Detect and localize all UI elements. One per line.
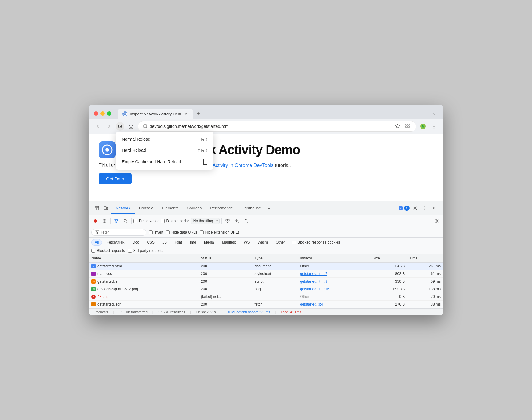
filter-type-fetch-xhr[interactable]: Fetch/XHR <box>103 239 128 246</box>
col-time[interactable]: Time <box>407 254 443 262</box>
record-button[interactable] <box>91 217 99 225</box>
back-button[interactable] <box>94 122 102 131</box>
devtools-close-button[interactable]: × <box>430 204 438 212</box>
filter-button[interactable] <box>112 217 120 225</box>
disable-cache-checkbox[interactable]: Disable cache <box>161 219 189 223</box>
col-status[interactable]: Status <box>199 254 252 262</box>
col-initiator[interactable]: Initiator <box>297 254 370 262</box>
cell-name[interactable]: ✕ 48.png <box>89 293 199 301</box>
minimize-traffic-light[interactable] <box>100 111 105 116</box>
svg-point-28 <box>425 206 425 207</box>
cell-initiator[interactable]: getstarted.html:9 <box>297 278 370 285</box>
third-party-requests-input[interactable] <box>128 249 132 253</box>
cell-initiator[interactable]: getstarted.js:4 <box>297 301 370 308</box>
cell-initiator[interactable]: getstarted.html:7 <box>297 270 370 278</box>
tab-sources[interactable]: Sources <box>183 203 206 214</box>
filter-type-font[interactable]: Font <box>171 239 185 246</box>
throttle-select[interactable]: No throttling Slow 3G Fast 3G <box>191 218 220 224</box>
cell-name[interactable]: JS getstarted.js <box>89 278 199 285</box>
filter-type-ws[interactable]: WS <box>240 239 253 246</box>
table-row[interactable]: ✕ 48.png (failed) net... Other 0 B 70 ms <box>89 293 443 301</box>
tab-lighthouse[interactable]: Lighthouse <box>237 203 265 214</box>
table-row[interactable]: {} main.css 200 stylesheet getstarted.ht… <box>89 270 443 278</box>
tab-elements[interactable]: Elements <box>158 203 183 214</box>
cell-name[interactable]: 🖼 devtools-square-512.png <box>89 285 199 293</box>
cell-initiator[interactable]: Other <box>297 262 370 270</box>
devtools-more-button[interactable] <box>421 204 429 212</box>
active-tab[interactable]: Inspect Network Activity Dem × <box>118 109 193 119</box>
blocked-requests-input[interactable] <box>91 249 95 253</box>
col-size[interactable]: Size <box>370 254 407 262</box>
hide-data-urls-input[interactable] <box>166 230 170 234</box>
cell-initiator[interactable]: getstarted.html:16 <box>297 285 370 293</box>
initiator-link[interactable]: getstarted.html:9 <box>300 279 327 284</box>
filter-type-img[interactable]: Img <box>187 239 199 246</box>
cell-name[interactable]: {} getstarted.json <box>89 301 199 308</box>
hide-extension-urls-input[interactable] <box>200 230 204 234</box>
tab-dropdown-button[interactable]: ∨ <box>431 110 438 119</box>
blocked-requests-checkbox[interactable]: Blocked requests <box>91 248 125 253</box>
filter-input[interactable] <box>101 230 137 234</box>
disable-cache-input[interactable] <box>161 219 165 223</box>
table-row[interactable]: JS getstarted.js 200 script getstarted.h… <box>89 278 443 285</box>
invert-checkbox[interactable]: Invert <box>149 230 163 234</box>
reload-button[interactable]: Normal Reload ⌘R Hard Reload ⇧⌘R Empty C… <box>116 122 124 131</box>
third-party-requests-checkbox[interactable]: 3rd-party requests <box>128 248 163 253</box>
extensions-icon[interactable] <box>404 123 411 129</box>
filter-type-media[interactable]: Media <box>201 239 217 246</box>
filter-type-all[interactable]: All <box>91 239 102 246</box>
filter-input-box[interactable] <box>91 229 146 236</box>
search-button[interactable] <box>122 217 129 225</box>
import-button[interactable] <box>242 217 250 225</box>
maximize-traffic-light[interactable] <box>107 111 111 116</box>
blocked-response-cookies-checkbox[interactable]: Blocked response cookies <box>292 240 340 244</box>
more-tabs-button[interactable]: » <box>265 203 272 214</box>
new-tab-button[interactable]: + <box>193 108 203 119</box>
tab-console[interactable]: Console <box>135 203 158 214</box>
close-traffic-light[interactable] <box>94 111 98 116</box>
col-type[interactable]: Type <box>252 254 298 262</box>
initiator-link[interactable]: getstarted.js:4 <box>300 302 323 306</box>
normal-reload-item[interactable]: Normal Reload ⌘R <box>116 134 213 145</box>
tab-network[interactable]: Network <box>111 203 135 214</box>
network-settings-button[interactable] <box>433 217 441 225</box>
filter-type-js[interactable]: JS <box>159 239 170 246</box>
filter-type-wasm[interactable]: Wasm <box>254 239 271 246</box>
hide-extension-urls-checkbox[interactable]: Hide extension URLs <box>200 230 240 234</box>
home-button[interactable] <box>127 122 135 131</box>
forward-button[interactable] <box>105 122 113 131</box>
tab-performance[interactable]: Performance <box>206 203 237 214</box>
clear-button[interactable] <box>100 217 108 225</box>
invert-input[interactable] <box>149 230 153 234</box>
inspect-element-button[interactable] <box>93 204 101 212</box>
table-row[interactable]: ≡ getstarted.html 200 document Other 1.4… <box>89 262 443 270</box>
cell-name[interactable]: {} main.css <box>89 270 199 278</box>
more-options-button[interactable] <box>430 122 438 131</box>
preserve-log-input[interactable] <box>133 219 137 223</box>
file-name: 48.png <box>97 295 109 299</box>
table-row[interactable]: 🖼 devtools-square-512.png 200 png getsta… <box>89 285 443 293</box>
filter-type-manifest[interactable]: Manifest <box>219 239 239 246</box>
initiator-link[interactable]: getstarted.html:16 <box>300 287 329 291</box>
device-toolbar-button[interactable] <box>102 204 110 212</box>
cell-initiator[interactable]: Other <box>297 293 370 301</box>
filter-type-css[interactable]: CSS <box>144 239 158 246</box>
initiator-link[interactable]: getstarted.html:7 <box>300 272 327 276</box>
filter-type-other[interactable]: Other <box>272 239 288 246</box>
devtools-settings-button[interactable] <box>411 204 419 212</box>
empty-cache-reload-item[interactable]: Empty Cache and Hard Reload <box>116 156 213 168</box>
preserve-log-checkbox[interactable]: Preserve log <box>133 219 159 223</box>
get-data-button[interactable]: Get Data <box>99 173 132 184</box>
blocked-response-cookies-input[interactable] <box>292 241 296 244</box>
filter-type-doc[interactable]: Doc <box>129 239 142 246</box>
cell-name[interactable]: ≡ getstarted.html <box>89 262 199 270</box>
export-button[interactable] <box>233 217 241 225</box>
tab-close-button[interactable]: × <box>184 111 188 116</box>
bookmark-icon[interactable] <box>394 123 401 129</box>
col-name[interactable]: Name <box>89 254 199 262</box>
profile-icon[interactable]: 🦎 <box>419 122 427 131</box>
hard-reload-item[interactable]: Hard Reload ⇧⌘R <box>116 145 213 156</box>
hide-data-urls-checkbox[interactable]: Hide data URLs <box>166 230 197 234</box>
table-row[interactable]: {} getstarted.json 200 fetch getstarted.… <box>89 301 443 308</box>
address-bar[interactable]: devtools.glitch.me/network/getstarted.ht… <box>138 121 416 132</box>
